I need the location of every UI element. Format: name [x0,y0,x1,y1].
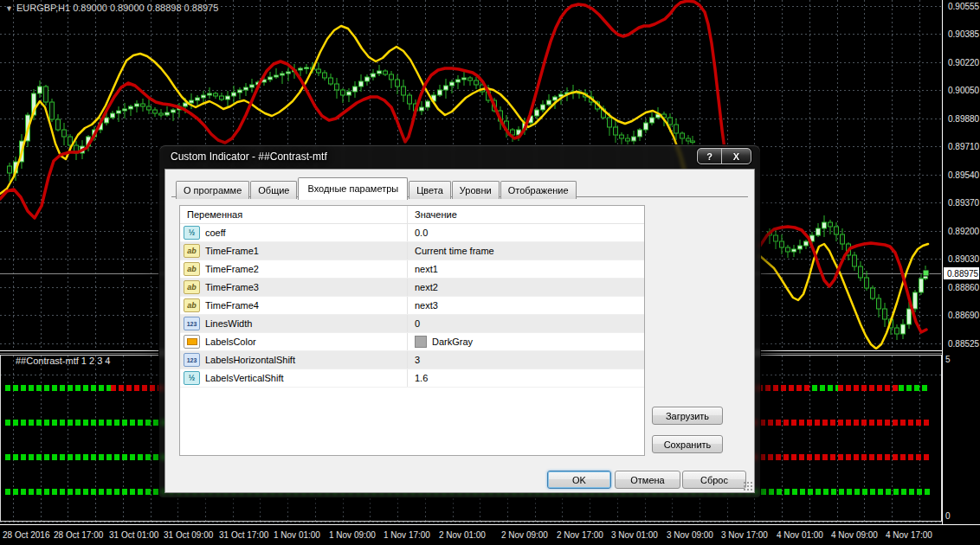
tab-inputs[interactable]: Входные параметры [298,177,408,200]
svg-text:0.90050: 0.90050 [948,86,980,95]
param-name: LinesWidth [205,318,252,329]
svg-text:4 Nov 17:00: 4 Nov 17:00 [886,530,932,540]
param-name-cell: ½coeff [180,224,408,241]
param-name: TimeFrame3 [205,282,259,292]
param-type-fraction-icon: ½ [184,226,200,240]
param-type-text-icon: ab [184,262,200,276]
mt4-window: 0.905550.903850.902200.900500.898800.897… [0,0,980,545]
param-row-TimeFrame3[interactable]: abTimeFrame3next2 [180,279,644,297]
param-row-TimeFrame4[interactable]: abTimeFrame4next3 [180,297,644,315]
param-name: TimeFrame1 [205,246,259,256]
svg-text:3 Nov 09:00: 3 Nov 09:00 [667,530,713,540]
svg-text:0.88690: 0.88690 [948,311,980,320]
param-value-cell[interactable]: Current time frame [408,242,644,260]
close-icon: X [733,151,739,162]
param-name: TimeFrame2 [205,264,259,274]
svg-text:4 Nov 09:00: 4 Nov 09:00 [831,530,878,540]
cancel-button[interactable]: Отмена [615,471,680,489]
param-value: next1 [415,264,438,274]
time-axis-labels: 28 Oct 201628 Oct 17:0031 Oct 01:0031 Oc… [3,530,932,540]
param-value-cell[interactable]: 3 [408,351,644,369]
tab-common[interactable]: Общие [250,181,297,199]
load-button[interactable]: Загрузить [652,407,723,425]
reset-button[interactable]: Сброс [682,471,746,489]
svg-text:28 Oct 2016: 28 Oct 2016 [3,530,50,540]
chart-dropdown-icon[interactable]: ▼ [5,4,13,13]
param-value-cell[interactable]: 1.6 [408,369,644,387]
param-name-cell: 123LabelsHorizontalShift [180,351,408,369]
tab-colors[interactable]: Цвета [409,181,451,199]
tab-bar: О программеОбщиеВходные параметрыЦветаУр… [176,176,577,199]
param-value-cell[interactable]: 0 [408,315,644,332]
param-name: LabelsHorizontalShift [205,355,295,365]
param-row-LabelsColor[interactable]: LabelsColorDarkGray [180,333,644,351]
param-value: DarkGray [432,337,473,347]
dialog-body: О программеОбщиеВходные параметрыЦветаУр… [164,169,755,493]
subwindow-scale-bottom: 0 [945,511,951,521]
param-name-cell: abTimeFrame1 [180,242,408,260]
param-name-cell: abTimeFrame4 [180,297,408,314]
svg-text:0.88975: 0.88975 [947,269,979,279]
param-row-LabelsHorizontalShift[interactable]: 123LabelsHorizontalShift3 [180,351,644,369]
custom-indicator-dialog: Custom Indicator - ##Contrast-mtf ? X О … [159,145,760,497]
param-name: TimeFrame4 [205,300,259,311]
table-header: Переменная Значение [180,206,644,224]
dialog-titlebar[interactable]: Custom Indicator - ##Contrast-mtf ? X [159,145,760,169]
svg-text:0.88525: 0.88525 [948,339,980,349]
param-type-text-icon: ab [184,280,200,294]
param-value: 0.0 [415,228,428,238]
param-type-number-icon: 123 [184,317,200,330]
symbol-ohlc-line: ▼EURGBP,H1 0.89000 0.89000 0.88898 0.889… [5,3,218,13]
svg-text:0.89030: 0.89030 [948,254,980,264]
param-value: 0 [415,318,420,329]
param-value: next3 [415,300,438,311]
svg-text:0.89880: 0.89880 [948,114,980,124]
save-button[interactable]: Сохранить [652,435,723,453]
param-type-color-icon [184,335,200,349]
svg-text:3 Nov 17:00: 3 Nov 17:00 [721,530,768,540]
param-name-cell: 123LinesWidth [180,315,408,332]
tab-about[interactable]: О программе [176,181,249,199]
param-name-cell: abTimeFrame2 [180,260,408,278]
svg-text:0.90385: 0.90385 [948,29,980,39]
tab-levels[interactable]: Уровни [452,181,500,199]
last-price-marker [923,270,929,276]
param-name-cell: LabelsColor [180,333,408,350]
param-value: 1.6 [415,373,428,383]
tab-display[interactable]: Отображение [500,181,577,199]
param-value-cell[interactable]: DarkGray [408,333,644,350]
svg-text:1 Nov 01:00: 1 Nov 01:00 [274,530,320,540]
resize-grip[interactable] [743,481,752,490]
param-row-TimeFrame1[interactable]: abTimeFrame1Current time frame [180,242,644,260]
param-value: next2 [415,282,438,292]
svg-text:3 Nov 01:00: 3 Nov 01:00 [611,530,658,540]
help-button[interactable]: ? [698,149,721,164]
param-row-TimeFrame2[interactable]: abTimeFrame2next1 [180,260,644,279]
color-swatch [415,336,427,348]
param-value-cell[interactable]: next1 [408,260,644,278]
svg-text:28 Oct 17:00: 28 Oct 17:00 [54,530,104,540]
param-name: coeff [205,228,226,238]
svg-text:2 Nov 09:00: 2 Nov 09:00 [501,530,548,540]
table-rows: ½coeff0.0abTimeFrame1Current time framea… [180,224,644,388]
param-type-number-icon: 123 [184,353,200,367]
close-button[interactable]: X [721,149,751,164]
svg-text:1 Nov 17:00: 1 Nov 17:00 [384,530,430,540]
param-value-cell[interactable]: next2 [408,279,644,296]
titlebar-buttons: ? X [697,148,751,164]
subwindow-indicator-label: ##Contrast-mtf 1 2 3 4 [16,356,110,366]
param-row-LabelsVerticalShift[interactable]: ½LabelsVerticalShift1.6 [180,369,644,388]
param-value-cell[interactable]: 0.0 [408,224,644,241]
param-value-cell[interactable]: next3 [408,297,644,314]
column-header-value: Значение [408,206,644,223]
svg-text:0.89540: 0.89540 [948,170,980,180]
svg-text:31 Oct 01:00: 31 Oct 01:00 [109,530,159,540]
param-row-coeff[interactable]: ½coeff0.0 [180,224,644,242]
ok-button[interactable]: OK [547,471,611,489]
parameters-table: Переменная Значение ½coeff0.0abTimeFrame… [179,205,645,456]
help-icon: ? [706,151,712,162]
param-name: LabelsColor [205,337,256,347]
svg-text:0.90555: 0.90555 [948,2,980,11]
svg-text:2 Nov 17:00: 2 Nov 17:00 [557,530,603,540]
param-row-LinesWidth[interactable]: 123LinesWidth0 [180,315,644,333]
